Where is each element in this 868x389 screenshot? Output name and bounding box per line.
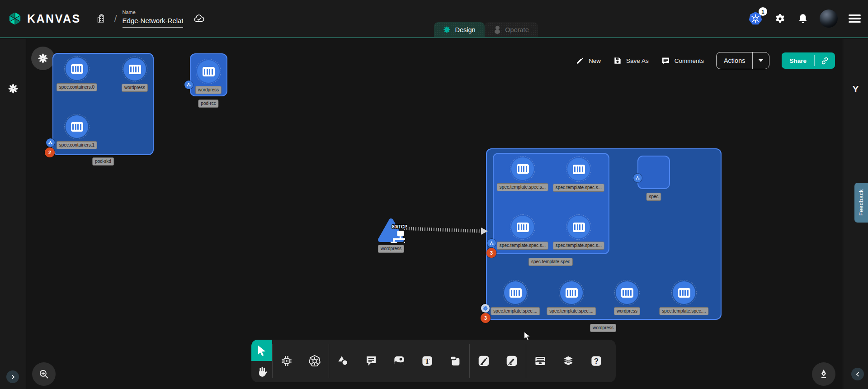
y-shape-icon[interactable]: Y: [852, 84, 859, 95]
kubernetes-tool-button[interactable]: [301, 340, 329, 382]
user-avatar[interactable]: [820, 9, 838, 28]
container-node[interactable]: [560, 281, 583, 304]
container-node[interactable]: [511, 157, 534, 180]
mode-tabs: Design Operate: [434, 22, 538, 37]
node-spec-label: spec: [646, 193, 661, 201]
relationship-count-badge[interactable]: 2: [45, 147, 55, 157]
image-tool-button[interactable]: [385, 340, 413, 382]
container-icon: [573, 165, 585, 174]
container-node[interactable]: [616, 281, 638, 304]
group-pod-skd-label: pod-skd: [92, 157, 114, 166]
header-left: KANVAS / Name: [7, 9, 206, 28]
design-swirl-icon: [443, 26, 451, 33]
save-as-label: Save As: [626, 57, 649, 64]
hierarchy-badge-icon[interactable]: [184, 81, 193, 89]
pen-mode-button[interactable]: [812, 362, 835, 386]
container-node[interactable]: [66, 57, 88, 80]
kanvas-logo[interactable]: KANVAS: [7, 11, 81, 26]
hierarchy-badge-icon[interactable]: [46, 138, 55, 147]
menu-button[interactable]: [849, 14, 861, 23]
canvas-action-bar: New Save As Comments Actions Share: [576, 51, 835, 71]
save-as-icon: [613, 56, 622, 65]
hierarchy-badge-icon[interactable]: [487, 239, 496, 247]
container-icon: [573, 223, 585, 232]
container-node[interactable]: [567, 216, 590, 238]
notifications-button[interactable]: [797, 13, 809, 24]
settings-button[interactable]: [774, 13, 786, 25]
container-node[interactable]: [123, 58, 146, 81]
svg-text:T: T: [425, 357, 430, 365]
copy-link-button[interactable]: [815, 52, 835, 69]
actions-split-button: Actions: [716, 52, 770, 69]
container-node-label: spec.template.spec.s...: [553, 184, 604, 192]
container-icon: [71, 122, 83, 132]
pen-tool-button[interactable]: [470, 340, 498, 382]
tab-design[interactable]: Design: [434, 22, 485, 37]
kubernetes-context-button[interactable]: 1: [748, 11, 763, 26]
group-pod-rcc-label: pod-rcc: [198, 100, 218, 108]
actions-dropdown-button[interactable]: [753, 52, 769, 69]
context-count-badge: 1: [759, 7, 767, 16]
design-name-field: Name: [123, 9, 183, 28]
edge-port-label: 80/TCP: [392, 224, 407, 229]
note-tool-button[interactable]: [441, 340, 469, 382]
container-node-label: spec.template.spec....: [547, 307, 596, 315]
relationship-count-badge[interactable]: 3: [481, 313, 491, 323]
comments-label: Comments: [675, 57, 704, 64]
share-button[interactable]: Share: [782, 52, 814, 69]
container-node[interactable]: [197, 60, 220, 83]
pencil-tool-button[interactable]: [498, 340, 526, 382]
relationship-count-badge[interactable]: 3: [486, 248, 496, 258]
tool-dock: T?: [251, 340, 616, 382]
container-node-label: spec.template.spec....: [659, 307, 708, 315]
container-node-label: wordpress: [614, 307, 640, 315]
container-node[interactable]: [511, 216, 534, 238]
layers-tool-button[interactable]: [554, 340, 582, 382]
container-node-label: spec.template.spec.s...: [497, 242, 548, 250]
pointer-tools: [251, 340, 272, 382]
design-name-input[interactable]: [123, 16, 183, 28]
actions-button[interactable]: Actions: [717, 52, 753, 69]
hierarchy-badge-icon[interactable]: [633, 174, 642, 182]
flower-icon: [38, 53, 48, 64]
new-button[interactable]: New: [576, 56, 601, 65]
organization-icon[interactable]: [94, 12, 108, 25]
link-icon: [821, 57, 829, 65]
comments-icon: [661, 56, 670, 66]
tab-operate[interactable]: Operate: [485, 22, 538, 37]
container-node[interactable]: [673, 281, 695, 304]
expand-left-panel-button[interactable]: [6, 370, 19, 383]
select-tool-button[interactable]: [251, 340, 272, 361]
drawer-tool-button[interactable]: [526, 340, 554, 382]
collapse-right-panel-button[interactable]: [851, 368, 864, 380]
shapes-tool-button[interactable]: [329, 340, 357, 382]
container-node-label: spec.containers.1: [57, 141, 97, 149]
zoom-search-button[interactable]: [32, 362, 56, 386]
group-spec-template-spec[interactable]: [493, 153, 609, 254]
canvas-flower-button[interactable]: [31, 47, 55, 70]
pan-tool-button[interactable]: [251, 361, 272, 382]
help-tool-button[interactable]: ?: [582, 340, 610, 382]
service-node-wordpress[interactable]: [377, 218, 405, 243]
comment-tool-button[interactable]: [357, 340, 385, 382]
container-node-label: wordpress: [122, 84, 148, 92]
container-icon: [517, 223, 529, 232]
save-as-button[interactable]: Save As: [613, 56, 649, 65]
chip-tool-button[interactable]: [273, 340, 301, 382]
share-split-button: Share: [782, 52, 835, 69]
container-node[interactable]: [567, 158, 590, 180]
container-node[interactable]: [66, 115, 88, 138]
deployment-badge-icon[interactable]: [481, 304, 490, 313]
container-node[interactable]: [504, 281, 527, 304]
node-spec[interactable]: [637, 156, 670, 189]
brand-wordmark: KANVAS: [27, 12, 81, 25]
container-icon: [566, 288, 578, 298]
comments-button[interactable]: Comments: [661, 56, 704, 66]
app-header: KANVAS / Name Design Operate 1: [0, 0, 868, 38]
text-tool-button[interactable]: T: [413, 340, 441, 382]
feedback-tab[interactable]: Feedback: [854, 183, 868, 223]
breadcrumb-separator: /: [114, 13, 117, 24]
meshery-swirl-icon[interactable]: [8, 83, 19, 96]
new-icon: [576, 56, 585, 65]
group-spec-template-spec-label: spec.template.spec: [528, 258, 573, 266]
